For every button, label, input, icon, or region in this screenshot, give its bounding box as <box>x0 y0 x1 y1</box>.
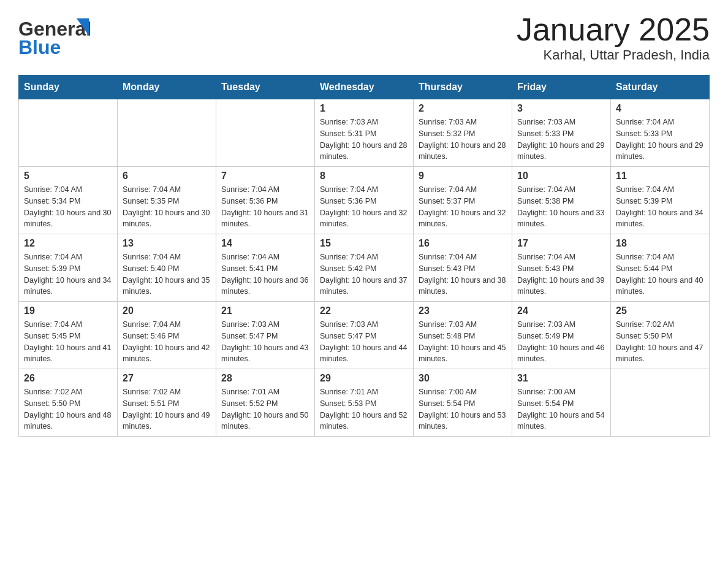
calendar-cell: 20Sunrise: 7:04 AMSunset: 5:46 PMDayligh… <box>118 302 216 369</box>
day-info: Sunrise: 7:01 AMSunset: 5:53 PMDaylight:… <box>320 386 408 432</box>
day-header-sunday: Sunday <box>19 75 118 99</box>
day-number: 30 <box>419 373 507 384</box>
month-title: January 2025 <box>517 12 710 47</box>
day-info: Sunrise: 7:04 AMSunset: 5:42 PMDaylight:… <box>320 251 408 297</box>
day-number: 18 <box>616 238 704 249</box>
calendar-cell: 18Sunrise: 7:04 AMSunset: 5:44 PMDayligh… <box>611 234 710 302</box>
calendar-table: SundayMondayTuesdayWednesdayThursdayFrid… <box>18 75 710 437</box>
day-number: 8 <box>320 170 408 182</box>
page-header: General Blue January 2025 Karhal, Uttar … <box>18 12 710 64</box>
day-number: 28 <box>221 373 309 384</box>
calendar-cell: 7Sunrise: 7:04 AMSunset: 5:36 PMDaylight… <box>216 167 315 234</box>
calendar-cell: 27Sunrise: 7:02 AMSunset: 5:51 PMDayligh… <box>118 369 216 437</box>
day-info: Sunrise: 7:03 AMSunset: 5:49 PMDaylight:… <box>517 319 605 365</box>
day-info: Sunrise: 7:04 AMSunset: 5:39 PMDaylight:… <box>616 184 704 230</box>
calendar-cell: 26Sunrise: 7:02 AMSunset: 5:50 PMDayligh… <box>19 369 118 437</box>
day-number: 6 <box>123 170 211 182</box>
day-number: 26 <box>24 373 112 384</box>
day-header-friday: Friday <box>512 75 611 99</box>
day-info: Sunrise: 7:03 AMSunset: 5:47 PMDaylight:… <box>221 319 309 365</box>
calendar-cell: 19Sunrise: 7:04 AMSunset: 5:45 PMDayligh… <box>19 302 118 369</box>
calendar-week-row: 26Sunrise: 7:02 AMSunset: 5:50 PMDayligh… <box>19 369 710 437</box>
day-header-tuesday: Tuesday <box>216 75 315 99</box>
day-number: 13 <box>123 238 211 249</box>
day-number: 25 <box>616 305 704 316</box>
calendar-cell: 31Sunrise: 7:00 AMSunset: 5:54 PMDayligh… <box>512 369 611 437</box>
day-header-monday: Monday <box>118 75 216 99</box>
calendar-cell: 11Sunrise: 7:04 AMSunset: 5:39 PMDayligh… <box>611 167 710 234</box>
calendar-cell: 5Sunrise: 7:04 AMSunset: 5:34 PMDaylight… <box>19 167 118 234</box>
calendar-cell: 10Sunrise: 7:04 AMSunset: 5:38 PMDayligh… <box>512 167 611 234</box>
day-number: 4 <box>616 103 704 114</box>
day-info: Sunrise: 7:04 AMSunset: 5:41 PMDaylight:… <box>221 251 309 297</box>
day-number: 29 <box>320 373 408 384</box>
day-info: Sunrise: 7:00 AMSunset: 5:54 PMDaylight:… <box>517 386 605 432</box>
day-number: 12 <box>24 238 112 249</box>
day-info: Sunrise: 7:01 AMSunset: 5:52 PMDaylight:… <box>221 386 309 432</box>
calendar-cell: 24Sunrise: 7:03 AMSunset: 5:49 PMDayligh… <box>512 302 611 369</box>
day-number: 3 <box>517 103 605 114</box>
day-info: Sunrise: 7:04 AMSunset: 5:45 PMDaylight:… <box>24 319 112 365</box>
calendar-cell: 16Sunrise: 7:04 AMSunset: 5:43 PMDayligh… <box>414 234 512 302</box>
calendar-cell: 13Sunrise: 7:04 AMSunset: 5:40 PMDayligh… <box>118 234 216 302</box>
calendar-week-row: 1Sunrise: 7:03 AMSunset: 5:31 PMDaylight… <box>19 99 710 167</box>
logo: General Blue <box>18 12 123 64</box>
day-number: 22 <box>320 305 408 316</box>
day-info: Sunrise: 7:03 AMSunset: 5:32 PMDaylight:… <box>419 117 507 163</box>
calendar-cell: 4Sunrise: 7:04 AMSunset: 5:33 PMDaylight… <box>611 99 710 167</box>
calendar-cell: 9Sunrise: 7:04 AMSunset: 5:37 PMDaylight… <box>414 167 512 234</box>
day-number: 2 <box>419 103 507 114</box>
day-number: 24 <box>517 305 605 316</box>
day-info: Sunrise: 7:03 AMSunset: 5:47 PMDaylight:… <box>320 319 408 365</box>
calendar-week-row: 5Sunrise: 7:04 AMSunset: 5:34 PMDaylight… <box>19 167 710 234</box>
day-number: 31 <box>517 373 605 384</box>
calendar-header-row: SundayMondayTuesdayWednesdayThursdayFrid… <box>19 75 710 99</box>
day-info: Sunrise: 7:04 AMSunset: 5:40 PMDaylight:… <box>123 251 211 297</box>
calendar-cell: 17Sunrise: 7:04 AMSunset: 5:43 PMDayligh… <box>512 234 611 302</box>
day-number: 27 <box>123 373 211 384</box>
day-number: 5 <box>24 170 112 182</box>
day-number: 10 <box>517 170 605 182</box>
calendar-cell: 28Sunrise: 7:01 AMSunset: 5:52 PMDayligh… <box>216 369 315 437</box>
day-info: Sunrise: 7:03 AMSunset: 5:31 PMDaylight:… <box>320 117 408 163</box>
calendar-cell: 3Sunrise: 7:03 AMSunset: 5:33 PMDaylight… <box>512 99 611 167</box>
day-header-thursday: Thursday <box>414 75 512 99</box>
day-number: 21 <box>221 305 309 316</box>
day-number: 9 <box>419 170 507 182</box>
day-header-saturday: Saturday <box>611 75 710 99</box>
title-area: January 2025 Karhal, Uttar Pradesh, Indi… <box>517 12 710 63</box>
day-info: Sunrise: 7:03 AMSunset: 5:48 PMDaylight:… <box>419 319 507 365</box>
day-info: Sunrise: 7:04 AMSunset: 5:35 PMDaylight:… <box>123 184 211 230</box>
day-info: Sunrise: 7:03 AMSunset: 5:33 PMDaylight:… <box>517 117 605 163</box>
calendar-cell: 15Sunrise: 7:04 AMSunset: 5:42 PMDayligh… <box>315 234 414 302</box>
calendar-cell <box>19 99 118 167</box>
day-info: Sunrise: 7:04 AMSunset: 5:46 PMDaylight:… <box>123 319 211 365</box>
day-info: Sunrise: 7:04 AMSunset: 5:43 PMDaylight:… <box>517 251 605 297</box>
calendar-cell: 2Sunrise: 7:03 AMSunset: 5:32 PMDaylight… <box>414 99 512 167</box>
day-info: Sunrise: 7:04 AMSunset: 5:37 PMDaylight:… <box>419 184 507 230</box>
day-info: Sunrise: 7:02 AMSunset: 5:50 PMDaylight:… <box>24 386 112 432</box>
day-number: 17 <box>517 238 605 249</box>
day-info: Sunrise: 7:04 AMSunset: 5:43 PMDaylight:… <box>419 251 507 297</box>
day-info: Sunrise: 7:02 AMSunset: 5:51 PMDaylight:… <box>123 386 211 432</box>
calendar-cell <box>611 369 710 437</box>
day-info: Sunrise: 7:04 AMSunset: 5:39 PMDaylight:… <box>24 251 112 297</box>
day-number: 20 <box>123 305 211 316</box>
calendar-cell: 30Sunrise: 7:00 AMSunset: 5:54 PMDayligh… <box>414 369 512 437</box>
calendar-week-row: 19Sunrise: 7:04 AMSunset: 5:45 PMDayligh… <box>19 302 710 369</box>
day-info: Sunrise: 7:04 AMSunset: 5:36 PMDaylight:… <box>320 184 408 230</box>
calendar-cell: 22Sunrise: 7:03 AMSunset: 5:47 PMDayligh… <box>315 302 414 369</box>
calendar-cell: 25Sunrise: 7:02 AMSunset: 5:50 PMDayligh… <box>611 302 710 369</box>
calendar-cell <box>216 99 315 167</box>
calendar-cell: 12Sunrise: 7:04 AMSunset: 5:39 PMDayligh… <box>19 234 118 302</box>
day-number: 19 <box>24 305 112 316</box>
svg-text:Blue: Blue <box>18 36 61 58</box>
day-number: 23 <box>419 305 507 316</box>
location-title: Karhal, Uttar Pradesh, India <box>517 47 710 63</box>
calendar-week-row: 12Sunrise: 7:04 AMSunset: 5:39 PMDayligh… <box>19 234 710 302</box>
calendar-cell: 29Sunrise: 7:01 AMSunset: 5:53 PMDayligh… <box>315 369 414 437</box>
day-header-wednesday: Wednesday <box>315 75 414 99</box>
calendar-cell <box>118 99 216 167</box>
day-info: Sunrise: 7:04 AMSunset: 5:34 PMDaylight:… <box>24 184 112 230</box>
day-number: 16 <box>419 238 507 249</box>
